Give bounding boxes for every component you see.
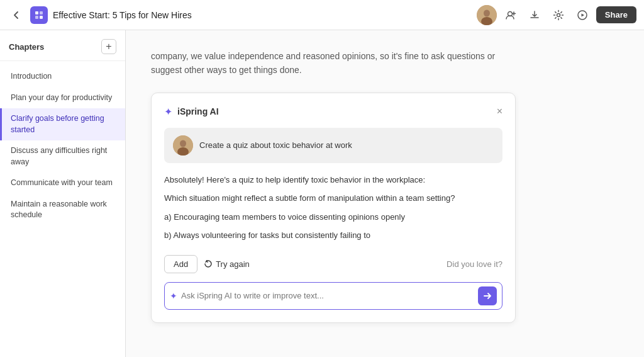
user-message-text: Create a quiz about toxic behavior at wo… (199, 140, 352, 150)
sidebar-item-communicate[interactable]: Communicate with your team (0, 173, 125, 194)
content-area: company, we value independence and reaso… (126, 30, 644, 357)
add-user-button[interactable] (501, 5, 521, 25)
ai-input-field[interactable] (181, 291, 474, 300)
ai-add-button[interactable]: Add (164, 255, 197, 273)
ai-input-sparkle-icon: ✦ (170, 291, 177, 301)
download-button[interactable] (525, 5, 545, 25)
svg-point-8 (557, 13, 560, 16)
sidebar-header: Chapters + (0, 30, 125, 61)
svg-rect-0 (35, 11, 38, 14)
content-paragraph: company, we value independence and reaso… (151, 49, 528, 77)
ai-response-text: Absolutely! Here's a quiz to help identi… (164, 173, 502, 242)
love-it-text: Did you love it? (447, 259, 502, 269)
share-button[interactable]: Share (596, 6, 636, 23)
sidebar-item-plan[interactable]: Plan your day for productivity (0, 88, 125, 109)
ai-panel: ✦ iSpring AI × Create a quiz about toxic… (151, 93, 516, 323)
ai-response-option-b: b) Always volunteering for tasks but con… (164, 229, 502, 242)
back-button[interactable] (8, 6, 25, 24)
ai-response-intro: Absolutely! Here's a quiz to help identi… (164, 173, 502, 186)
sparkle-icon: ✦ (164, 106, 172, 118)
sidebar-nav: Introduction Plan your day for productiv… (0, 61, 125, 357)
svg-rect-2 (35, 16, 38, 19)
svg-rect-1 (40, 11, 43, 14)
ai-input-row: ✦ (164, 282, 502, 310)
sidebar-item-introduction[interactable]: Introduction (0, 66, 125, 88)
topbar-left: Effective Start: 5 Tips for New Hires (8, 6, 470, 24)
ai-action-row: Add Try again Did you love it? (164, 255, 502, 273)
play-button[interactable] (572, 5, 592, 25)
topbar: Effective Start: 5 Tips for New Hires (0, 0, 644, 30)
sidebar-item-discuss[interactable]: Discuss any difficulties right away (0, 140, 125, 173)
ai-action-buttons: Add Try again (164, 255, 250, 273)
topbar-title: Effective Start: 5 Tips for New Hires (53, 10, 192, 20)
sidebar: Chapters + Introduction Plan your day fo… (0, 30, 126, 357)
ai-panel-title: iSpring AI (177, 106, 219, 116)
user-avatar-button[interactable] (477, 5, 497, 25)
ai-panel-close-button[interactable]: × (497, 106, 502, 116)
try-again-label: Try again (216, 259, 250, 269)
user-message-bubble: Create a quiz about toxic behavior at wo… (164, 128, 502, 163)
settings-button[interactable] (548, 5, 569, 25)
add-chapter-button[interactable]: + (101, 39, 116, 54)
user-avatar (173, 135, 193, 156)
ai-response-question: Which situation might reflect a subtle f… (164, 191, 502, 205)
svg-rect-3 (40, 16, 43, 19)
sidebar-chapters-title: Chapters (9, 42, 44, 52)
sidebar-item-maintain[interactable]: Maintain a reasonable work schedule (0, 194, 125, 226)
svg-point-5 (484, 9, 490, 16)
ai-try-again-button[interactable]: Try again (204, 259, 250, 269)
main-layout: Chapters + Introduction Plan your day fo… (0, 30, 644, 357)
topbar-actions: Share (477, 5, 636, 25)
svg-point-11 (180, 140, 186, 147)
ai-response-option-a: a) Encouraging team members to voice dis… (164, 210, 502, 224)
ai-panel-header: ✦ iSpring AI × (164, 106, 502, 118)
app-logo (30, 6, 48, 24)
ai-panel-title-row: ✦ iSpring AI (164, 106, 219, 118)
sidebar-item-clarify[interactable]: Clarify goals before getting started (0, 108, 125, 140)
ai-send-button[interactable] (478, 286, 497, 305)
